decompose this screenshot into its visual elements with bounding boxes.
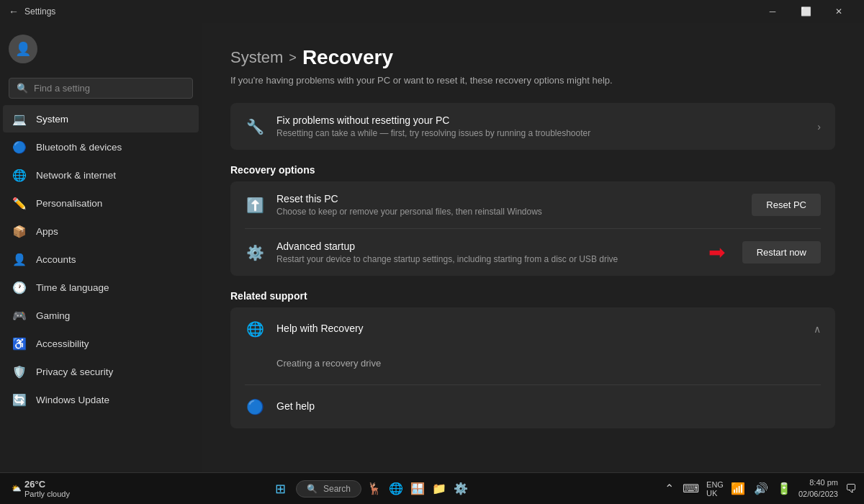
nav-label-accessibility: Accessibility: [36, 338, 89, 349]
sidebar-item-personalisation[interactable]: ✏️ Personalisation: [3, 189, 199, 217]
taskbar-chevron-icon[interactable]: ⌃: [663, 480, 675, 497]
fix-problems-item[interactable]: 🔧 Fix problems without resetting your PC…: [230, 103, 835, 150]
sidebar-item-privacy[interactable]: 🛡️ Privacy & security: [3, 358, 199, 385]
nav-label-gaming: Gaming: [36, 310, 70, 321]
fix-problems-icon: 🔧: [245, 117, 265, 137]
breadcrumb-separator: >: [289, 50, 297, 66]
taskbar-deer-icon[interactable]: 🦌: [366, 480, 383, 497]
fix-problems-title: Fix problems without resetting your PC: [276, 114, 806, 126]
taskbar-search[interactable]: 🔍 Search: [296, 480, 361, 498]
taskbar-center: ⊞ 🔍 Search 🦌 🌐 🪟 📁 ⚙️: [76, 478, 663, 500]
help-recovery-collapse-icon: ∧: [814, 323, 821, 335]
help-recovery-item[interactable]: 🌐 Help with Recovery ∧: [230, 307, 835, 351]
taskbar-clock[interactable]: 8:40 pm 02/06/2023: [798, 477, 838, 500]
sidebar-item-system[interactable]: 💻 System: [3, 105, 199, 132]
restart-now-button[interactable]: Restart now: [742, 241, 821, 264]
nav-icon-network: 🌐: [12, 167, 27, 183]
search-box[interactable]: 🔍: [9, 78, 193, 99]
page-subtitle: If you're having problems with your PC o…: [230, 75, 835, 86]
advanced-startup-item[interactable]: ⚙️ Advanced startup Restart your device …: [230, 229, 835, 276]
reset-pc-title: Reset this PC: [276, 193, 740, 204]
sidebar-item-time[interactable]: 🕐 Time & language: [3, 274, 199, 301]
advanced-startup-text: Advanced startup Restart your device to …: [276, 240, 697, 264]
nav-icon-system: 💻: [12, 111, 27, 127]
get-help-item[interactable]: 🔵 Get help: [230, 385, 835, 428]
recovery-drive-link[interactable]: Creating a recovery drive: [276, 354, 821, 373]
fix-problems-text: Fix problems without resetting your PC R…: [276, 114, 806, 138]
sidebar-item-network[interactable]: 🌐 Network & internet: [3, 161, 199, 189]
nav-list: 💻 System 🔵 Bluetooth & devices 🌐 Network…: [0, 104, 202, 414]
nav-icon-update: 🔄: [12, 392, 27, 408]
nav-icon-time: 🕐: [12, 279, 27, 295]
taskbar-store-icon[interactable]: 🪟: [409, 480, 426, 497]
advanced-startup-desc: Restart your device to change startup se…: [276, 254, 697, 264]
taskbar-right: ⌃ ⌨ ENG UK 📶 🔊 🔋 8:40 pm 02/06/2023 🗨: [663, 477, 858, 500]
breadcrumb: System > Recovery: [230, 46, 835, 69]
speaker-icon[interactable]: 🔊: [752, 480, 770, 497]
nav-label-bluetooth: Bluetooth & devices: [36, 142, 122, 153]
nav-label-time: Time & language: [36, 282, 109, 293]
breadcrumb-current: Recovery: [302, 46, 393, 69]
get-help-title: Get help: [276, 400, 821, 412]
reset-pc-button[interactable]: Reset PC: [752, 194, 821, 216]
sidebar-item-apps[interactable]: 📦 Apps: [3, 217, 199, 245]
maximize-button[interactable]: ⬜: [789, 0, 822, 23]
taskbar-keyboard-icon: ⌨: [681, 480, 701, 497]
nav-icon-accessibility: ♿: [12, 336, 27, 351]
language-region: UK: [706, 489, 724, 498]
language-eng: ENG: [706, 480, 724, 489]
nav-icon-bluetooth: 🔵: [12, 139, 27, 155]
weather-widget: ⛅ 26°C Partly cloudy: [6, 479, 76, 498]
main-content: System > Recovery If you're having probl…: [202, 23, 864, 472]
recovery-options-card: ⬆️ Reset this PC Choose to keep or remov…: [230, 181, 835, 276]
taskbar-edge-icon[interactable]: 🌐: [387, 480, 405, 497]
fix-problems-card: 🔧 Fix problems without resetting your PC…: [230, 103, 835, 150]
sidebar-item-accounts[interactable]: 👤 Accounts: [3, 246, 199, 273]
taskbar-settings-icon[interactable]: ⚙️: [452, 480, 469, 497]
help-recovery-icon: 🌐: [245, 319, 265, 339]
nav-label-personalisation: Personalisation: [36, 198, 102, 209]
app-body: 👤 🔍 💻 System 🔵 Bluetooth & devices 🌐 Net…: [0, 23, 864, 472]
notification-icon[interactable]: 🗨: [844, 481, 858, 497]
nav-icon-personalisation: ✏️: [12, 195, 27, 211]
nav-icon-privacy: 🛡️: [12, 364, 27, 379]
advanced-startup-icon: ⚙️: [245, 243, 265, 263]
taskbar-search-icon: 🔍: [307, 484, 318, 494]
taskbar: ⛅ 26°C Partly cloudy ⊞ 🔍 Search 🦌 🌐 🪟 📁 …: [0, 472, 864, 504]
avatar: 👤: [9, 35, 37, 63]
back-button[interactable]: ←: [9, 6, 19, 17]
search-icon: 🔍: [17, 83, 28, 94]
reset-pc-text: Reset this PC Choose to keep or remove y…: [276, 193, 740, 217]
nav-icon-accounts: 👤: [12, 251, 27, 267]
nav-label-system: System: [36, 114, 68, 125]
app-title: Settings: [24, 6, 55, 17]
related-support-label: Related support: [230, 290, 835, 302]
taskbar-folder-icon[interactable]: 📁: [431, 480, 448, 497]
sidebar-item-gaming[interactable]: 🎮 Gaming: [3, 302, 199, 329]
weather-temp: 26°C: [24, 479, 70, 490]
sidebar-item-bluetooth[interactable]: 🔵 Bluetooth & devices: [3, 133, 199, 161]
taskbar-left: ⛅ 26°C Partly cloudy: [6, 479, 76, 498]
restart-arrow-indicator: ➡: [708, 240, 725, 264]
recovery-options-label: Recovery options: [230, 164, 835, 176]
sidebar: 👤 🔍 💻 System 🔵 Bluetooth & devices 🌐 Net…: [0, 23, 202, 472]
sidebar-item-accessibility[interactable]: ♿ Accessibility: [3, 330, 199, 357]
nav-label-update: Windows Update: [36, 395, 109, 405]
window-controls: ─ ⬜ ✕: [756, 0, 855, 23]
wifi-icon[interactable]: 📶: [729, 480, 747, 497]
battery-icon[interactable]: 🔋: [775, 480, 793, 497]
time-display: 8:40 pm: [798, 477, 838, 488]
nav-label-privacy: Privacy & security: [36, 366, 113, 377]
date-display: 02/06/2023: [798, 489, 838, 500]
nav-label-network: Network & internet: [36, 170, 116, 181]
minimize-button[interactable]: ─: [756, 0, 789, 23]
breadcrumb-parent[interactable]: System: [230, 48, 283, 67]
close-button[interactable]: ✕: [822, 0, 855, 23]
related-support-card: 🌐 Help with Recovery ∧ Creating a recove…: [230, 307, 835, 428]
help-recovery-text: Help with Recovery: [276, 323, 802, 336]
nav-icon-gaming: 🎮: [12, 307, 27, 323]
reset-pc-item[interactable]: ⬆️ Reset this PC Choose to keep or remov…: [230, 181, 835, 228]
search-input[interactable]: [34, 83, 185, 94]
sidebar-item-update[interactable]: 🔄 Windows Update: [3, 386, 199, 413]
start-button[interactable]: ⊞: [269, 478, 292, 500]
